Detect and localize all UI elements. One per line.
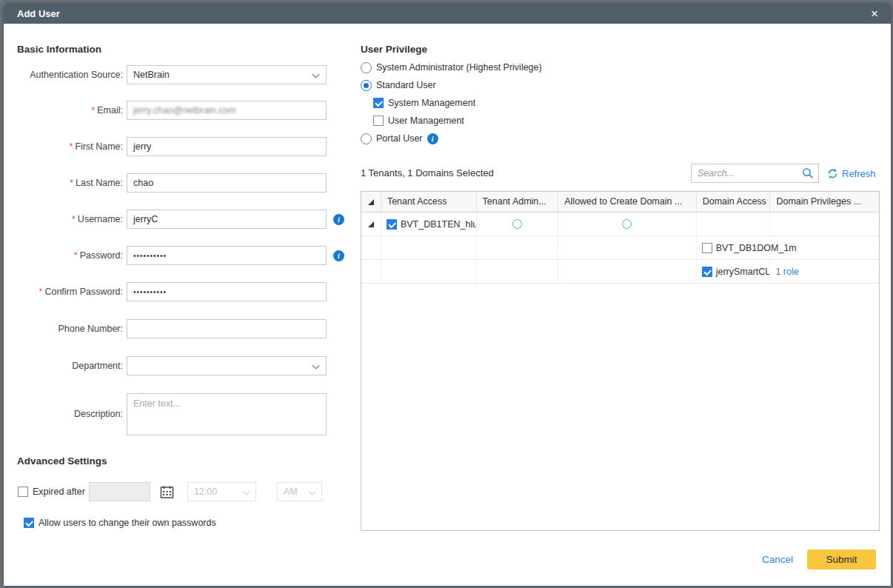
empty-cell xyxy=(361,236,381,259)
chevron-down-icon xyxy=(308,488,315,495)
domain-access-cell xyxy=(697,213,771,235)
time-select[interactable]: 12:00 xyxy=(187,482,256,501)
col-tenant-admin[interactable]: Tenant Admin... xyxy=(477,192,559,212)
empty-cell xyxy=(381,260,477,283)
portal-user-label: Portal User xyxy=(376,133,423,144)
tenant-name: BVT_DB1TEN_hlu5 xyxy=(401,219,477,230)
close-icon[interactable]: × xyxy=(867,7,882,21)
expired-after-checkbox[interactable] xyxy=(18,487,28,497)
domain-checkbox[interactable] xyxy=(702,243,712,253)
password-value: •••••••••• xyxy=(133,252,167,260)
advanced-settings-heading: Advanced Settings xyxy=(17,455,107,467)
department-select[interactable] xyxy=(127,356,327,375)
confirm-password-label: *Confirm Password: xyxy=(4,282,123,301)
collapse-triangle-icon xyxy=(368,199,374,205)
auth-source-value: NetBrain xyxy=(133,70,170,80)
password-label: *Password: xyxy=(4,246,123,265)
search-input[interactable]: Search... xyxy=(691,164,819,183)
first-name-field[interactable]: jerry xyxy=(127,137,327,156)
phone-field[interactable] xyxy=(127,319,327,338)
password-field[interactable]: •••••••••• xyxy=(127,246,327,265)
expiration-date-field[interactable] xyxy=(89,482,150,501)
table-row-domain: jerrySmartCLI 1 role xyxy=(361,260,879,284)
domain-privileges-cell xyxy=(770,213,879,235)
last-name-label: *Last Name: xyxy=(4,173,123,193)
submit-button[interactable]: Submit xyxy=(807,549,876,569)
refresh-icon xyxy=(827,168,838,179)
privilege-option-standard: Standard User xyxy=(361,76,436,94)
standard-user-label: Standard User xyxy=(376,80,436,90)
domain-access-cell: jerrySmartCLI xyxy=(697,260,771,283)
email-field[interactable]: jerry.chao@netbrain.com xyxy=(127,101,327,120)
empty-cell xyxy=(558,236,696,259)
info-icon[interactable]: i xyxy=(333,250,344,261)
confirm-password-value: •••••••••• xyxy=(133,288,167,296)
domain-name: BVT_DB1DOM_1m xyxy=(716,243,797,253)
empty-cell xyxy=(381,236,477,259)
refresh-button[interactable]: Refresh xyxy=(827,164,876,183)
info-icon[interactable]: i xyxy=(333,214,344,225)
row-collapse-cell[interactable] xyxy=(361,213,381,235)
col-domain-access[interactable]: Domain Access xyxy=(697,192,771,212)
chevron-down-icon xyxy=(312,71,320,78)
system-management-label: System Management xyxy=(388,98,475,108)
tenant-checkbox[interactable] xyxy=(387,219,397,230)
confirm-password-field[interactable]: •••••••••• xyxy=(127,282,327,301)
standard-user-radio[interactable] xyxy=(361,80,372,91)
first-name-value: jerry xyxy=(133,141,151,152)
required-asterisk: * xyxy=(91,105,95,116)
required-asterisk: * xyxy=(72,214,76,224)
allowed-create-radio[interactable] xyxy=(622,219,632,229)
username-field[interactable]: jerryC xyxy=(127,210,327,229)
domain-access-cell: BVT_DB1DOM_1m xyxy=(697,236,879,259)
search-icon[interactable] xyxy=(802,167,814,179)
email-value: jerry.chao@netbrain.com xyxy=(133,105,236,116)
col-tenant-access[interactable]: Tenant Access xyxy=(381,192,477,212)
info-icon[interactable]: i xyxy=(427,133,438,144)
cancel-button[interactable]: Cancel xyxy=(759,549,796,569)
portal-user-radio[interactable] xyxy=(361,133,372,144)
description-placeholder: Enter text... xyxy=(133,398,181,409)
required-asterisk: * xyxy=(70,141,73,152)
table-header-row: Tenant Access Tenant Admin... Allowed to… xyxy=(361,192,879,213)
dialog-titlebar: Add User × xyxy=(4,4,891,24)
dialog-title: Add User xyxy=(17,8,60,19)
ampm-select[interactable]: AM xyxy=(277,482,322,501)
search-placeholder: Search... xyxy=(698,168,802,178)
expired-after-row: Expired after 12:00 AM xyxy=(18,481,322,502)
allow-password-change-label: Allow users to change their own password… xyxy=(39,518,216,528)
description-field[interactable]: Enter text... xyxy=(127,393,327,435)
refresh-label: Refresh xyxy=(842,168,876,179)
role-link[interactable]: 1 role xyxy=(775,267,798,277)
tenant-admin-radio[interactable] xyxy=(512,219,522,229)
privilege-option-sysadmin: System Administrator (Highest Privilege) xyxy=(361,59,542,76)
col-domain-privileges[interactable]: Domain Privileges ... xyxy=(770,192,879,212)
collapse-all-cell[interactable] xyxy=(361,192,381,212)
system-management-checkbox[interactable] xyxy=(373,98,384,108)
tenant-admin-cell xyxy=(477,213,559,235)
username-value: jerryC xyxy=(133,214,158,224)
auth-source-select[interactable]: NetBrain xyxy=(127,65,327,84)
required-asterisk: * xyxy=(39,287,43,297)
department-label: Department: xyxy=(4,356,123,375)
domain-checkbox[interactable] xyxy=(702,267,712,277)
domain-name: jerrySmartCLI xyxy=(716,267,771,277)
expired-after-label: Expired after xyxy=(33,487,85,497)
col-allowed-create-domain[interactable]: Allowed to Create Domain ... xyxy=(558,192,696,212)
user-privilege-heading: User Privilege xyxy=(361,44,427,55)
add-user-dialog: Add User × Basic Information Authenticat… xyxy=(4,4,891,586)
email-label: *Email: xyxy=(4,101,123,120)
basic-information-heading: Basic Information xyxy=(17,44,101,55)
allow-password-change-row: Allow users to change their own password… xyxy=(24,515,216,530)
empty-cell xyxy=(361,260,381,283)
sysadmin-radio[interactable] xyxy=(361,62,372,73)
user-management-checkbox[interactable] xyxy=(373,116,384,126)
required-asterisk: * xyxy=(74,250,78,261)
last-name-field[interactable]: chao xyxy=(127,173,327,193)
username-label: *Username: xyxy=(4,210,123,229)
allow-password-change-checkbox[interactable] xyxy=(24,518,34,528)
empty-cell xyxy=(558,260,696,283)
ampm-value: AM xyxy=(284,487,298,497)
table-row-domain: BVT_DB1DOM_1m xyxy=(361,236,879,260)
calendar-icon[interactable] xyxy=(160,485,174,499)
